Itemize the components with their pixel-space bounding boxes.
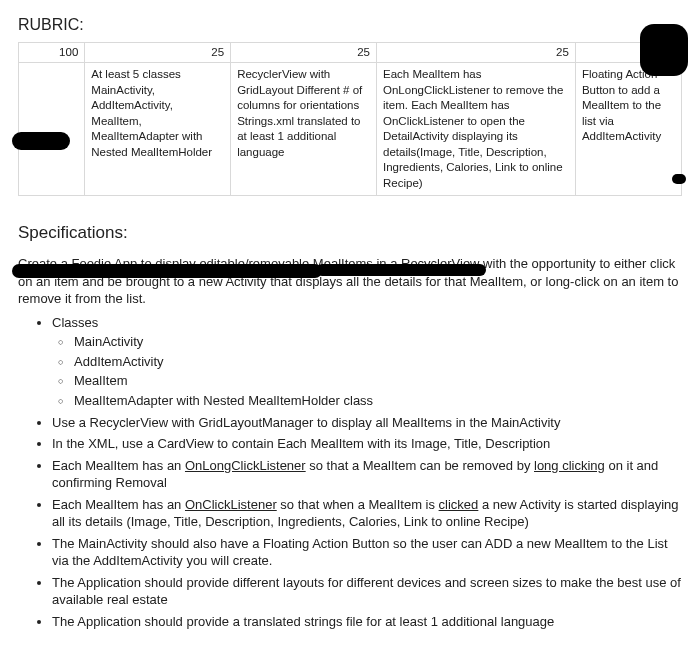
redaction-mark	[316, 264, 486, 276]
list-item: Each MealItem has an OnLongClickListener…	[52, 457, 682, 492]
rubric-body-row: At least 5 classes MainActivity, AddItem…	[19, 63, 682, 196]
rubric-cell	[19, 63, 85, 196]
list-item: The Application should provide different…	[52, 574, 682, 609]
rubric-section: RUBRIC: 100 25 25 25 25 Gr At least 5 cl…	[18, 14, 682, 196]
sublist-item: AddItemActivity	[74, 353, 682, 371]
rubric-header: 25	[85, 42, 231, 63]
rubric-cell: Floating Action Button to add a MealItem…	[575, 63, 681, 196]
redaction-mark	[12, 132, 70, 150]
list-item: The Application should provide a transla…	[52, 613, 682, 631]
rubric-header: 25	[231, 42, 377, 63]
rubric-cell: At least 5 classes MainActivity, AddItem…	[85, 63, 231, 196]
classes-sublist: MainActivity AddItemActivity MealItem Me…	[52, 333, 682, 409]
list-item: Use a RecyclerView with GridLayoutManage…	[52, 414, 682, 432]
specifications-section: Specifications: Create a Foodie App to d…	[18, 222, 682, 630]
rubric-header-row: 100 25 25 25 25 Gr	[19, 42, 682, 63]
redaction-mark	[640, 24, 688, 76]
redaction-mark	[672, 174, 686, 184]
sublist-item: MealItemAdapter with Nested MealItemHold…	[74, 392, 682, 410]
rubric-header: 25	[377, 42, 576, 63]
rubric-cell: Each MealItem has OnLongClickListener to…	[377, 63, 576, 196]
text-fragment: Each MealItem has an	[52, 458, 185, 473]
redaction-mark	[12, 264, 322, 278]
rubric-title: RUBRIC:	[18, 14, 682, 36]
spec-list: Classes MainActivity AddItemActivity Mea…	[18, 314, 682, 631]
list-item: The MainActivity should also have a Floa…	[52, 535, 682, 570]
sublist-item: MainActivity	[74, 333, 682, 351]
list-item: Each MealItem has an OnClickListener so …	[52, 496, 682, 531]
underlined-text: OnClickListener	[185, 497, 277, 512]
underlined-text: long clicking	[534, 458, 605, 473]
redaction-mark	[672, 58, 682, 66]
specifications-intro: Create a Foodie App to display editable/…	[18, 255, 682, 308]
text-fragment: so that when a MealItem is	[277, 497, 439, 512]
classes-label: Classes	[52, 315, 98, 330]
rubric-header: 100	[19, 42, 85, 63]
rubric-table: 100 25 25 25 25 Gr At least 5 classes Ma…	[18, 42, 682, 197]
sublist-item: MealItem	[74, 372, 682, 390]
text-fragment: Each MealItem has an	[52, 497, 185, 512]
list-item: In the XML, use a CardView to contain Ea…	[52, 435, 682, 453]
rubric-cell: RecyclerView with GridLayout Different #…	[231, 63, 377, 196]
text-fragment: so that a MealItem can be removed by	[306, 458, 534, 473]
specifications-title: Specifications:	[18, 222, 682, 245]
list-item: Classes MainActivity AddItemActivity Mea…	[52, 314, 682, 410]
underlined-text: clicked	[439, 497, 479, 512]
underlined-text: OnLongClickListener	[185, 458, 306, 473]
